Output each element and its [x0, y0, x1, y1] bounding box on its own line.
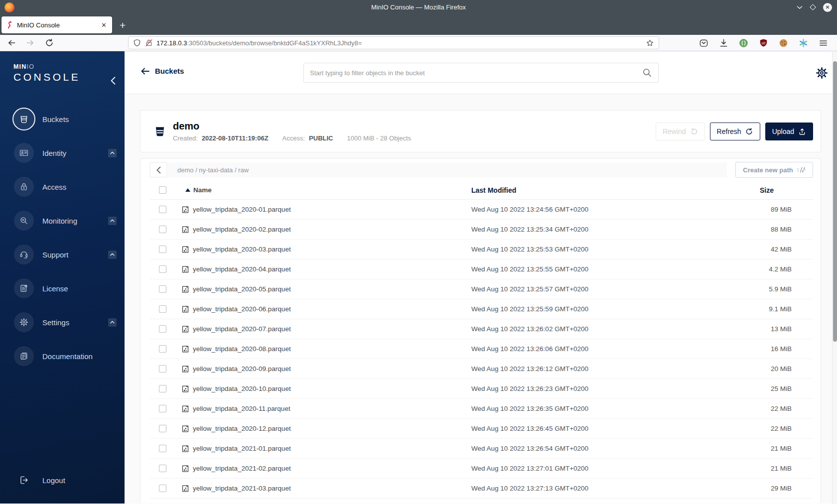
license-icon	[19, 283, 29, 293]
bookmark-star-icon[interactable]	[646, 39, 654, 47]
firefox-logo-icon	[4, 2, 14, 12]
object-file-icon	[181, 345, 189, 353]
row-checkbox[interactable]	[159, 345, 166, 353]
sidebar-item-access[interactable]: Access	[0, 170, 125, 204]
collapse-sidebar-icon[interactable]	[109, 76, 117, 85]
created-value: 2022-08-10T11:19:06Z	[202, 134, 269, 142]
table-row[interactable]: yellow_tripdata_2020-03.parquet Wed Aug …	[150, 240, 813, 259]
object-modified: Wed Aug 10 2022 13:26:35 GMT+0200	[471, 405, 736, 412]
insecure-connection-icon[interactable]	[145, 39, 153, 47]
table-row[interactable]: yellow_tripdata_2020-12.parquet Wed Aug …	[150, 419, 813, 439]
sidebar-item-license[interactable]: License	[0, 271, 125, 305]
table-row[interactable]: yellow_tripdata_2021-01.parquet Wed Aug …	[150, 439, 813, 459]
pocket-icon[interactable]	[699, 38, 708, 48]
column-header-name[interactable]: Name	[181, 186, 471, 194]
object-size: 21 MiB	[736, 445, 813, 452]
row-checkbox[interactable]	[159, 385, 166, 392]
object-name: yellow_tripdata_2020-11.parquet	[193, 405, 290, 412]
sidebar-nav: Buckets Identity Access Monitoring	[0, 102, 125, 373]
sidebar-item-identity[interactable]: Identity	[0, 136, 125, 170]
table-row[interactable]: yellow_tripdata_2021-03.parquet Wed Aug …	[150, 479, 813, 499]
row-checkbox[interactable]	[159, 425, 166, 432]
row-checkbox[interactable]	[159, 265, 166, 273]
settings-gear-icon[interactable]	[815, 66, 829, 80]
row-checkbox[interactable]	[159, 325, 166, 333]
forward-icon[interactable]	[26, 38, 35, 47]
table-row[interactable]: yellow_tripdata_2021-02.parquet Wed Aug …	[150, 459, 813, 479]
access-label: Access:	[282, 134, 305, 142]
table-row[interactable]: yellow_tripdata_2020-08.parquet Wed Aug …	[150, 339, 813, 359]
object-file-icon	[181, 485, 189, 493]
breadcrumb-path: demo / ny-taxi-data / raw	[177, 166, 249, 174]
extension-asterisk-icon[interactable]	[799, 38, 808, 48]
sidebar-item-buckets[interactable]: Buckets	[0, 102, 125, 136]
upload-button[interactable]: Upload	[765, 123, 813, 140]
sidebar-item-settings[interactable]: Settings	[0, 305, 125, 339]
path-back-button[interactable]	[150, 162, 167, 177]
select-all-checkbox[interactable]	[159, 186, 166, 194]
sidebar-item-monitoring[interactable]: Monitoring	[0, 204, 125, 238]
object-size: 9.1 MiB	[736, 305, 813, 313]
object-file-icon	[181, 285, 189, 293]
row-checkbox[interactable]	[159, 485, 166, 492]
download-icon[interactable]	[719, 38, 728, 48]
rewind-button[interactable]: Rewind	[656, 123, 705, 140]
extension-privacy-badger-icon[interactable]	[739, 38, 748, 48]
row-checkbox[interactable]	[159, 246, 166, 253]
object-size: 20 MiB	[736, 365, 813, 373]
object-name: yellow_tripdata_2020-03.parquet	[193, 246, 291, 253]
window-close-icon[interactable]: ✕	[823, 3, 832, 12]
window-minimize-icon[interactable]	[797, 5, 803, 9]
object-modified: Wed Aug 10 2022 13:26:02 GMT+0200	[471, 325, 736, 333]
row-checkbox[interactable]	[159, 226, 166, 233]
menu-hamburger-icon[interactable]	[819, 38, 828, 48]
logout-label: Logout	[42, 476, 65, 485]
object-name: yellow_tripdata_2021-01.parquet	[193, 445, 291, 452]
scrollbar-thumb[interactable]	[833, 61, 837, 342]
object-file-icon	[181, 445, 189, 453]
new-tab-button[interactable]: +	[120, 20, 126, 30]
table-row[interactable]: yellow_tripdata_2020-07.parquet Wed Aug …	[150, 319, 813, 339]
table-row[interactable]: yellow_tripdata_2020-09.parquet Wed Aug …	[150, 359, 813, 379]
search-input[interactable]	[310, 69, 642, 77]
table-row[interactable]: yellow_tripdata_2020-10.parquet Wed Aug …	[150, 379, 813, 399]
object-file-icon	[181, 465, 189, 473]
table-row[interactable]: yellow_tripdata_2020-11.parquet Wed Aug …	[150, 399, 813, 419]
refresh-button[interactable]: Refresh	[710, 123, 760, 140]
tracking-protection-shield-icon[interactable]	[133, 39, 141, 47]
back-to-buckets-link[interactable]: Buckets	[141, 67, 184, 75]
row-checkbox[interactable]	[159, 405, 166, 412]
table-row[interactable]: yellow_tripdata_2020-05.parquet Wed Aug …	[150, 279, 813, 299]
row-checkbox[interactable]	[159, 206, 166, 213]
back-icon[interactable]	[7, 38, 16, 47]
extension-cookie-icon[interactable]	[779, 38, 788, 48]
logout-icon	[18, 475, 29, 486]
browser-tab[interactable]: MinIO Console ✕	[1, 16, 112, 33]
upload-icon	[798, 127, 806, 135]
tab-close-icon[interactable]: ✕	[100, 21, 108, 29]
sidebar-item-documentation[interactable]: Documentation	[0, 339, 125, 373]
filter-objects-search[interactable]	[303, 63, 659, 83]
sidebar-item-logout[interactable]: Logout	[0, 463, 125, 497]
object-name: yellow_tripdata_2020-05.parquet	[193, 285, 291, 293]
object-name: yellow_tripdata_2020-07.parquet	[193, 325, 291, 333]
object-file-icon	[181, 305, 189, 313]
table-row[interactable]: yellow_tripdata_2020-01.parquet Wed Aug …	[150, 200, 813, 220]
row-checkbox[interactable]	[159, 445, 166, 452]
create-new-path-button[interactable]: Create new path	[735, 162, 813, 178]
object-file-icon	[181, 365, 189, 373]
reload-icon[interactable]	[45, 38, 54, 47]
sidebar-item-support[interactable]: Support	[0, 238, 125, 271]
row-checkbox[interactable]	[159, 465, 166, 472]
table-row[interactable]: yellow_tripdata_2020-04.parquet Wed Aug …	[150, 259, 813, 279]
table-row[interactable]: yellow_tripdata_2020-02.parquet Wed Aug …	[150, 220, 813, 240]
url-bar[interactable]: 172.18.0.3:30503/buckets/demo/browse/bnk…	[128, 36, 659, 49]
object-modified: Wed Aug 10 2022 13:26:06 GMT+0200	[471, 345, 736, 353]
logo-console-text: CONSOLE	[13, 71, 80, 83]
row-checkbox[interactable]	[159, 365, 166, 373]
row-checkbox[interactable]	[159, 305, 166, 313]
row-checkbox[interactable]	[159, 285, 166, 293]
extension-ublock-icon[interactable]: u0	[759, 38, 768, 48]
table-row[interactable]: yellow_tripdata_2020-06.parquet Wed Aug …	[150, 299, 813, 319]
window-maximize-icon[interactable]	[810, 4, 816, 10]
